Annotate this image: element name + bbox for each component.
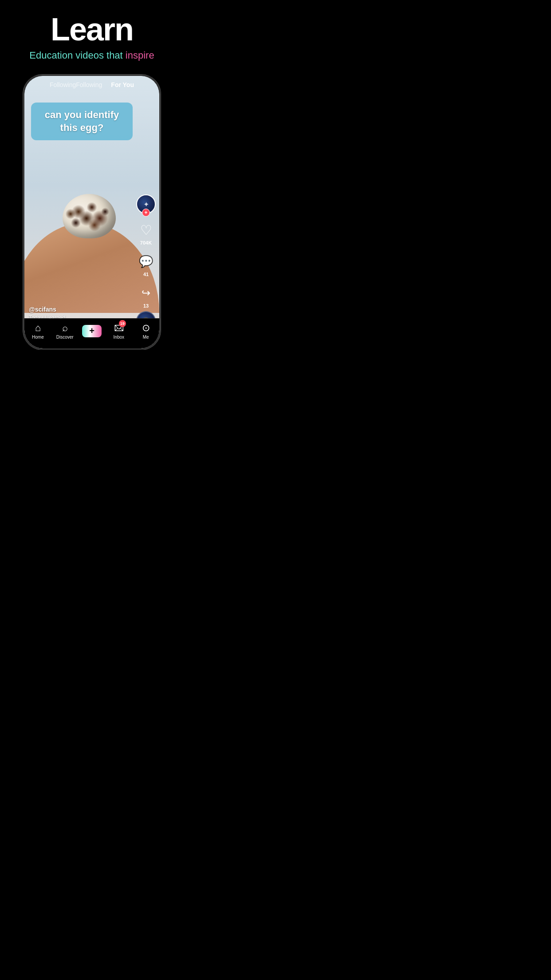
phone-wrapper: FollowingFollowing For You can you ident… bbox=[0, 70, 184, 350]
phone-screen: FollowingFollowing For You can you ident… bbox=[24, 76, 159, 348]
follow-plus-button[interactable]: + bbox=[142, 209, 150, 217]
share-count: 13 bbox=[143, 303, 149, 308]
create-button[interactable] bbox=[82, 325, 102, 337]
profile-icon: ⊙ bbox=[142, 322, 150, 334]
right-action-sidebar: + ♡ 704K 💬 41 bbox=[136, 194, 156, 308]
inbox-container: 🖂 19 bbox=[114, 322, 124, 334]
comment-button[interactable]: 💬 41 bbox=[137, 253, 155, 277]
creator-username[interactable]: @scifans bbox=[29, 306, 133, 313]
phone-frame: FollowingFollowing For You can you ident… bbox=[23, 75, 161, 350]
home-icon: ⌂ bbox=[35, 322, 41, 334]
like-button[interactable]: ♡ 704K bbox=[137, 221, 155, 245]
egg-shape bbox=[63, 194, 116, 238]
nav-profile[interactable]: ⊙ Me bbox=[135, 322, 157, 340]
share-icon: ↪ bbox=[137, 284, 155, 302]
like-count: 704K bbox=[140, 240, 152, 245]
video-caption-text: can you identify this egg? bbox=[45, 109, 119, 133]
creator-avatar-container[interactable]: + bbox=[136, 194, 156, 214]
discover-label: Discover bbox=[56, 335, 74, 340]
subtitle-white: Education videos that bbox=[29, 50, 122, 61]
comment-count: 41 bbox=[143, 272, 149, 277]
heart-icon: ♡ bbox=[137, 221, 155, 239]
discover-icon: ⌕ bbox=[62, 322, 68, 334]
hero-subtitle: Education videos that inspire bbox=[9, 50, 175, 61]
bottom-navigation: ⌂ Home ⌕ Discover 🖂 19 bbox=[24, 318, 159, 348]
inbox-badge: 19 bbox=[119, 320, 126, 327]
comment-icon: 💬 bbox=[137, 253, 155, 270]
profile-label: Me bbox=[143, 335, 149, 340]
hero-section: Learn Education videos that inspire bbox=[0, 0, 184, 70]
inbox-label: Inbox bbox=[114, 335, 124, 340]
for-you-tab[interactable]: For You bbox=[111, 81, 134, 88]
share-button[interactable]: ↪ 13 bbox=[137, 284, 155, 308]
following-tab[interactable]: FollowingFollowing bbox=[50, 81, 102, 88]
nav-discover[interactable]: ⌕ Discover bbox=[54, 322, 76, 340]
video-caption-box: can you identify this egg? bbox=[31, 103, 133, 140]
nav-create[interactable] bbox=[81, 325, 103, 337]
nav-home[interactable]: ⌂ Home bbox=[27, 322, 49, 340]
top-nav: FollowingFollowing For You bbox=[24, 81, 159, 88]
subtitle-colored: inspire bbox=[126, 50, 154, 61]
home-label: Home bbox=[32, 335, 44, 340]
hero-title: Learn bbox=[9, 13, 175, 45]
nav-inbox[interactable]: 🖂 19 Inbox bbox=[108, 322, 130, 340]
